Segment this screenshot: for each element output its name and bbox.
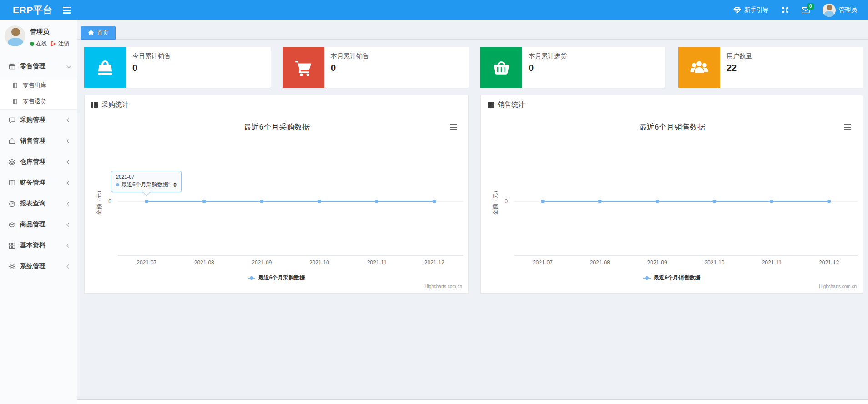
guide-link[interactable]: 新手引导	[733, 6, 769, 14]
fullscreen-icon	[782, 6, 789, 14]
stat-card: 用户数量22	[678, 47, 863, 88]
app-logo: ERP平台	[0, 4, 53, 16]
sidebar-menu: 零售管理零售出库零售退货采购管理销售管理仓库管理财务管理报表查询商品管理基本资料…	[0, 56, 77, 277]
sidebar-item-label: 报表查询	[20, 200, 45, 208]
submenu-retail: 零售出库零售退货	[0, 77, 77, 110]
sidebar-item-finance[interactable]: 财务管理	[0, 172, 77, 193]
svg-text:0: 0	[505, 198, 508, 204]
chart-panel-sales: 销售统计最近6个月销售数据金额（元）02021-072021-082021-09…	[480, 95, 863, 294]
tab-bar: 首页	[77, 20, 868, 40]
highcharts-credit: Highcharts.com.cn	[424, 284, 462, 289]
sidebar-item-sales[interactable]: 销售管理	[0, 130, 77, 151]
chevron-left-icon	[67, 118, 71, 122]
stat-card-value: 0	[529, 63, 567, 73]
svg-text:2021-08: 2021-08	[590, 259, 610, 266]
svg-text:2021-07: 2021-07	[136, 259, 156, 266]
file-icon	[11, 82, 19, 89]
svg-text:2021-12: 2021-12	[819, 259, 839, 266]
chevron-left-icon	[67, 243, 71, 248]
tooltip-value: 0	[173, 182, 177, 188]
fullscreen-button[interactable]	[782, 6, 789, 14]
sidebar-item-warehouse[interactable]: 仓库管理	[0, 151, 77, 172]
chevron-left-icon	[67, 222, 71, 227]
sidebar-item-retail-return[interactable]: 零售退货	[0, 93, 77, 109]
chat-icon	[8, 116, 16, 124]
sidebar: 管理员 在线 注销 零售管理零售出库零售退货采购管理销售管理仓库管理财务管理报表…	[0, 20, 77, 404]
chevron-left-icon	[67, 264, 71, 269]
online-dot	[30, 42, 34, 46]
logout-link[interactable]: 注销	[58, 40, 69, 48]
user-menu[interactable]: 管理员	[823, 4, 858, 17]
sidebar-toggle-button[interactable]	[63, 7, 71, 14]
svg-text:2021-11: 2021-11	[762, 259, 782, 266]
legend-item[interactable]: 最近6个月销售数据	[481, 274, 863, 282]
home-icon	[88, 30, 94, 36]
sidebar-item-system[interactable]: 系统管理	[0, 256, 77, 277]
tooltip-header: 2021-07	[116, 174, 177, 180]
svg-text:0: 0	[108, 198, 111, 204]
stat-card-value: 22	[727, 63, 752, 73]
panel-title: 采购统计	[101, 100, 129, 109]
highcharts-credit: Highcharts.com.cn	[819, 284, 857, 289]
shopping-bag-icon	[84, 47, 126, 88]
svg-text:金额（元）: 金额（元）	[96, 188, 102, 215]
svg-text:最近6个月采购数据: 最近6个月采购数据	[244, 123, 310, 131]
sidebar-item-label: 基本资料	[20, 241, 45, 249]
sidebar-item-label: 仓库管理	[20, 158, 45, 166]
chart-tooltip: 2021-07最近6个月采购数据: 0	[111, 171, 182, 192]
svg-text:金额（元）: 金额（元）	[492, 188, 499, 215]
legend-item[interactable]: 最近6个月采购数据	[85, 274, 468, 282]
svg-text:2021-08: 2021-08	[194, 259, 214, 266]
tab-home[interactable]: 首页	[81, 26, 116, 40]
layers-icon	[8, 158, 16, 166]
stat-cards-row: 今日累计销售0本月累计销售0本月累计进货0用户数量22	[77, 47, 868, 88]
sidebar-item-label: 商品管理	[20, 220, 45, 229]
sidebar-subitem-label: 零售退货	[23, 97, 46, 105]
sidebar-item-report[interactable]: 报表查询	[0, 193, 77, 214]
th-icon	[91, 102, 98, 108]
svg-text:2021-09: 2021-09	[252, 259, 272, 266]
chevron-left-icon	[67, 139, 71, 143]
svg-text:2021-11: 2021-11	[367, 259, 387, 266]
legend-marker-icon	[643, 276, 651, 280]
sidebar-item-goods[interactable]: 商品管理	[0, 214, 77, 235]
messages-button[interactable]: 0	[802, 7, 810, 14]
pie-icon	[8, 200, 16, 208]
stat-card-value: 0	[132, 63, 171, 73]
stat-card-value: 0	[331, 63, 369, 73]
gear-icon	[8, 263, 16, 270]
chevron-down-icon	[67, 63, 71, 68]
legend-label: 最近6个月采购数据	[258, 274, 305, 282]
chevron-left-icon	[67, 201, 71, 206]
sidebar-item-label: 采购管理	[20, 116, 45, 124]
avatar	[5, 25, 25, 46]
chart-context-menu-button[interactable]	[844, 124, 851, 130]
legend-marker-icon	[248, 276, 255, 280]
sidebar-username: 管理员	[30, 25, 69, 36]
sidebar-item-label: 财务管理	[20, 179, 45, 187]
sidebar-subitem-label: 零售出库	[23, 81, 46, 90]
tooltip-series-dot-icon	[116, 183, 119, 186]
stat-card-title: 本月累计进货	[529, 52, 567, 60]
panel-title: 销售统计	[498, 100, 525, 109]
chart-context-menu-button[interactable]	[450, 124, 457, 130]
svg-text:2021-10: 2021-10	[309, 259, 329, 266]
legend-label: 最近6个月销售数据	[654, 274, 701, 282]
sidebar-item-basic[interactable]: 基本资料	[0, 235, 77, 256]
svg-text:2021-09: 2021-09	[647, 259, 667, 266]
sidebar-item-retail[interactable]: 零售管理	[0, 56, 77, 77]
mail-badge: 0	[807, 3, 814, 10]
tooltip-series-label: 最近6个月采购数据:	[121, 181, 171, 189]
sidebar-item-label: 零售管理	[20, 62, 45, 70]
chevron-left-icon	[67, 160, 71, 164]
avatar	[823, 4, 836, 17]
stat-card: 今日累计销售0	[84, 47, 271, 88]
file-icon	[11, 98, 19, 105]
briefcase-icon	[8, 137, 16, 145]
svg-text:2021-12: 2021-12	[424, 259, 444, 266]
svg-text:2021-07: 2021-07	[533, 259, 553, 266]
sidebar-item-retail-out[interactable]: 零售出库	[0, 77, 77, 93]
sidebar-item-purchase[interactable]: 采购管理	[0, 110, 77, 130]
sign-out-icon	[50, 41, 56, 47]
stat-card: 本月累计销售0	[283, 47, 469, 88]
